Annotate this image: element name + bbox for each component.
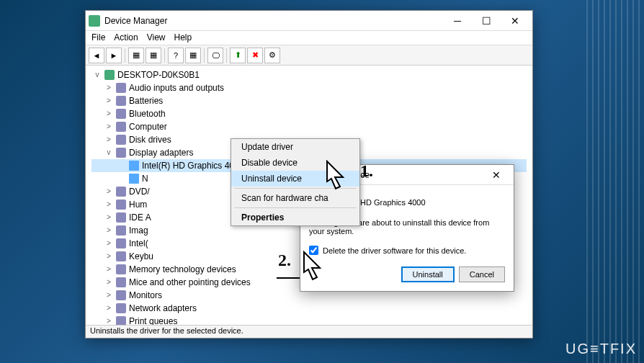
statusbar: Uninstalls the driver for the selected d… [86, 325, 532, 338]
app-icon [89, 15, 100, 27]
menubar: File Action View Help [86, 31, 532, 45]
toolbar: ◄ ► ▦ ▦ ? ▦ 🖵 ⬆ ✖ ⚙ [86, 45, 532, 66]
ctx-properties[interactable]: Properties [231, 210, 359, 225]
titlebar: Device Manager ─ ☐ ✕ [86, 11, 532, 31]
watermark: UG≡TFIX [565, 341, 637, 357]
tree-item[interactable]: >Batteries [91, 94, 527, 107]
ctx-scan-hardware[interactable]: Scan for hardware cha [231, 190, 359, 206]
menu-view[interactable]: View [147, 32, 166, 43]
menu-action[interactable]: Action [114, 32, 138, 43]
minimize-button[interactable]: ─ [443, 12, 472, 30]
menu-file[interactable]: File [91, 32, 105, 43]
toolbar-uninstall-button[interactable]: ✖ [247, 48, 263, 63]
tree-item[interactable]: >Network adapters [91, 302, 527, 315]
delete-driver-checkbox[interactable] [309, 246, 318, 255]
annotation-2: 2. [278, 251, 291, 270]
toolbar-btn[interactable]: ⚙ [264, 48, 280, 63]
toolbar-scan-button[interactable]: ⬆ [230, 48, 246, 63]
toolbar-forward-button[interactable]: ► [106, 48, 122, 63]
tree-item[interactable]: >Computer [91, 120, 527, 133]
context-menu: Update driver Disable device Uninstall d… [231, 138, 360, 226]
toolbar-back-button[interactable]: ◄ [89, 48, 104, 63]
annotation-1: 1. [360, 161, 373, 181]
status-text: Uninstalls the driver for the selected d… [90, 326, 243, 335]
tree-item[interactable]: >Bluetooth [91, 107, 527, 120]
tree-item[interactable]: >Print queues [91, 315, 527, 325]
maximize-button[interactable]: ☐ [472, 12, 501, 30]
tree-item[interactable]: >Audio inputs and outputs [91, 81, 527, 94]
ctx-update-driver[interactable]: Update driver [231, 139, 359, 155]
delete-driver-label: Delete the driver software for this devi… [323, 246, 466, 255]
toolbar-help-button[interactable]: ? [168, 48, 184, 63]
dialog-close-button[interactable]: ✕ [482, 166, 511, 184]
cancel-button[interactable]: Cancel [459, 266, 505, 282]
ctx-uninstall-device[interactable]: Uninstall device [231, 171, 359, 187]
toolbar-btn[interactable]: 🖵 [207, 48, 223, 63]
window-title: Device Manager [104, 16, 443, 26]
tree-root-label: DESKTOP-D0KS0B1 [117, 68, 200, 81]
menu-help[interactable]: Help [174, 32, 192, 43]
tree-root[interactable]: v DESKTOP-D0KS0B1 [91, 68, 527, 81]
uninstall-button[interactable]: Uninstall [401, 266, 455, 282]
toolbar-btn[interactable]: ▦ [128, 48, 144, 63]
toolbar-btn[interactable]: ▦ [146, 48, 161, 63]
background-decoration [586, 0, 644, 363]
ctx-disable-device[interactable]: Disable device [231, 155, 359, 171]
toolbar-btn[interactable]: ▦ [185, 48, 201, 63]
close-button[interactable]: ✕ [501, 12, 529, 30]
